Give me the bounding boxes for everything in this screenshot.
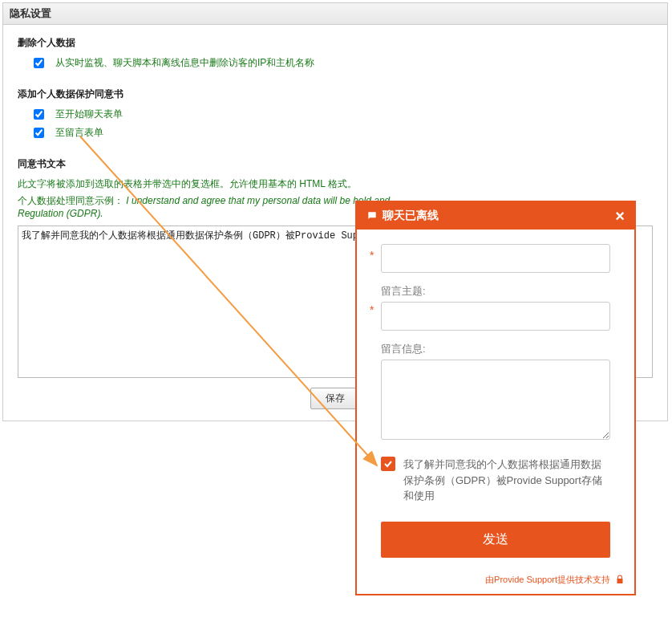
- subject-input[interactable]: [381, 302, 610, 331]
- name-field-row: *: [381, 244, 610, 273]
- chat-header: 聊天已离线 ×: [357, 202, 634, 230]
- save-button[interactable]: 保存: [310, 388, 360, 409]
- chat-bubble-icon: [366, 210, 378, 221]
- close-icon[interactable]: ×: [615, 210, 625, 221]
- chat-body: * 留言主题: * 留言信息: 我了解并同意我的个人数据将根据通用数据保护条例（…: [357, 230, 634, 566]
- example-suffix: Regulation (GDPR).: [18, 208, 103, 219]
- message-label: 留言信息:: [381, 342, 610, 356]
- chat-header-left: 聊天已离线: [366, 209, 439, 223]
- example-italic: I understand and agree that my personal …: [126, 195, 390, 206]
- required-star-icon: *: [370, 303, 374, 316]
- footer-suffix: 提供技术支持: [557, 574, 610, 586]
- lock-icon: [615, 575, 625, 584]
- subject-label: 留言主题:: [381, 284, 610, 299]
- consent-text: 我了解并同意我的个人数据将根据通用数据保护条例（GDPR）被Provide Su…: [403, 457, 610, 504]
- message-textarea[interactable]: [381, 360, 610, 440]
- consent-checkbox[interactable]: [381, 457, 395, 471]
- delete-ip-row: 从实时监视、聊天脚本和离线信息中删除访客的IP和主机名称: [34, 56, 653, 70]
- consent-row: 我了解并同意我的个人数据将根据通用数据保护条例（GDPR）被Provide Su…: [381, 457, 610, 504]
- footer-brand[interactable]: Provide Support: [494, 575, 557, 584]
- consent-chat-row: 至开始聊天表单: [34, 108, 653, 121]
- section-consent-title: 添加个人数据保护同意书: [18, 87, 653, 101]
- consent-chat-checkbox[interactable]: [34, 109, 44, 120]
- delete-ip-checkbox[interactable]: [34, 58, 44, 68]
- consent-message-checkbox[interactable]: [34, 128, 44, 138]
- subject-field-row: 留言主题: *: [381, 284, 610, 331]
- required-star-icon: *: [370, 249, 374, 262]
- chat-footer: 由 Provide Support 提供技术支持: [357, 566, 634, 594]
- section-text-title: 同意书文本: [18, 157, 653, 171]
- consent-message-row: 至留言表单: [34, 126, 653, 140]
- consent-message-label: 至留言表单: [55, 126, 103, 140]
- example-prefix: 个人数据处理同意示例：: [18, 195, 123, 206]
- consent-chat-label: 至开始聊天表单: [55, 108, 123, 121]
- chat-title: 聊天已离线: [383, 209, 439, 223]
- message-field-row: 留言信息:: [381, 342, 610, 442]
- footer-prefix: 由: [485, 574, 494, 586]
- panel-title: 隐私设置: [3, 3, 667, 25]
- send-button[interactable]: 发送: [381, 522, 610, 558]
- name-input[interactable]: [381, 244, 610, 273]
- consent-text-desc: 此文字将被添加到选取的表格并带选中的复选框。允许使用基本的 HTML 格式。: [18, 177, 653, 191]
- delete-ip-label: 从实时监视、聊天脚本和离线信息中删除访客的IP和主机名称: [55, 56, 314, 70]
- section-delete-title: 删除个人数据: [18, 36, 653, 50]
- chat-widget: 聊天已离线 × * 留言主题: * 留言信息: 我了解并同意我的个人数据将根据通…: [355, 201, 636, 595]
